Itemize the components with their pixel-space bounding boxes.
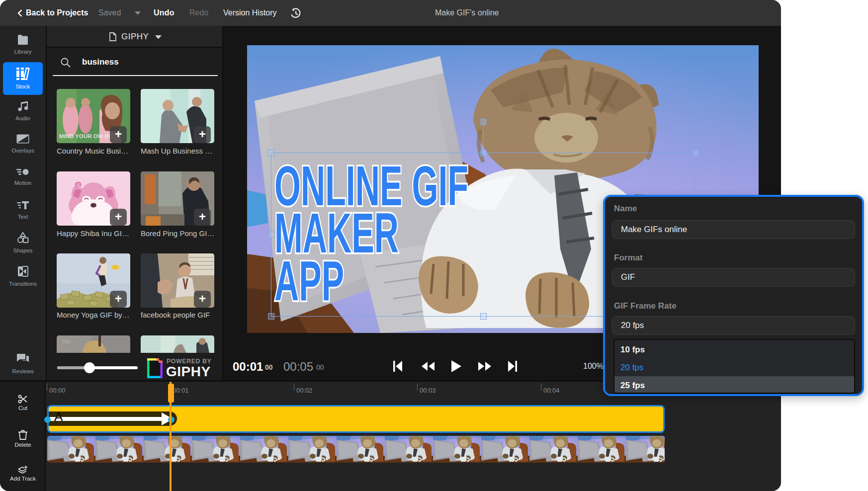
- svg-text:MIND YOUR OW BIS: MIND YOUR OW BIS: [59, 133, 114, 139]
- svg-text:35s: 35s: [62, 338, 71, 344]
